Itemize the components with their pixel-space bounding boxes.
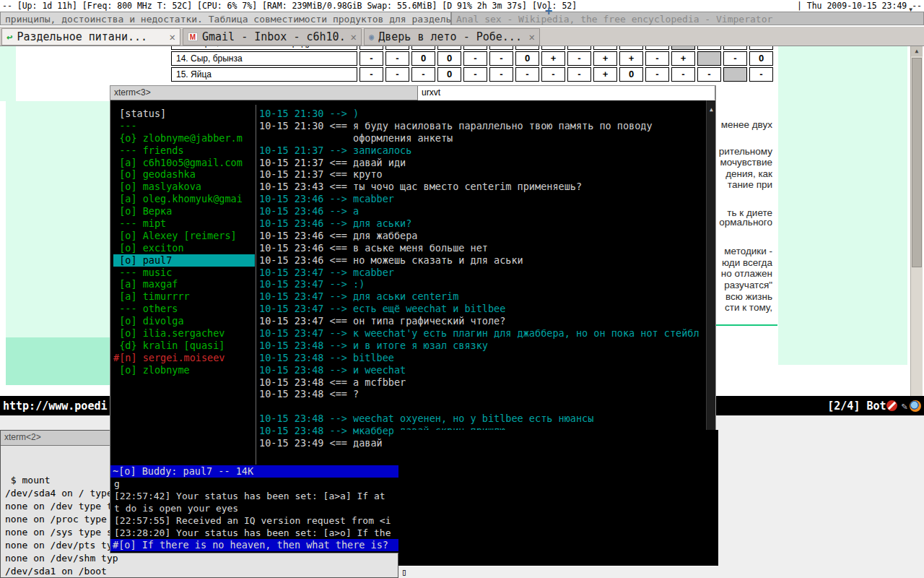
page-left-panel [6,101,116,337]
wm-title-active[interactable]: принципы, достоинства и недостатки. Табл… [0,12,451,25]
chat-line: 10-15 21:37 <== круто [259,168,707,181]
roster-item[interactable]: {o} zlobnyme@jabber.m [113,132,255,144]
page-fragment: ормального [719,217,772,228]
roster-item[interactable]: [o] Верка [113,205,255,217]
page-green-strip [0,46,16,101]
roster-item[interactable]: #[n] sergei.moiseev [113,352,255,364]
roster-item[interactable]: [a] c6h10o5@gmail.com [113,157,255,169]
chat-line: 10-15 21:37 <== давай иди [259,157,707,169]
wm-title-row: принципы, достоинства и недостатки. Табл… [0,12,924,27]
tab-gmail[interactable]: M Gmail - Inbox - c6h10... ✕ [183,28,362,46]
roster-item[interactable]: {d} kralin [quasi] [113,340,255,352]
tab-close-icon[interactable]: ✕ [351,31,357,43]
page-fragment: всю жизнь [725,291,772,302]
table-cell: - [359,51,383,66]
chat-line [259,400,707,413]
roster-item[interactable]: [o] paul7 [113,254,255,267]
frame-tab-xterm3[interactable]: xterm<3> [110,86,418,100]
tab-razdelnoe-pitanie[interactable]: ↪ Раздельное питани... ✕ [1,28,180,46]
desktop-screen: 13. Творог, кисломолочные продукты14. Сы… [0,0,924,578]
roster-item[interactable]: [o] divolga [113,315,255,327]
chat-line: 10-15 23:47 <== он типа графический чтол… [259,315,707,327]
firefox-icon[interactable] [910,400,921,412]
table-cell: - [645,67,669,82]
tab-counter: [2/4] Bot [827,400,886,413]
page-fragment: мочувствие [720,157,772,168]
roster-item[interactable]: [o] geodashka [113,168,255,181]
roster-item[interactable]: [o] maslyakova [113,181,255,193]
chat-line: 10-15 23:47 --> :) [259,278,707,290]
chat-line: оформления анкеты [259,132,707,144]
gmail-icon: M [188,33,198,41]
roster-item[interactable]: [o] zlobnyme [113,364,255,376]
table-cell: + [619,51,643,66]
roster-item[interactable]: --- friends [113,144,255,157]
tab-label: Gmail - Inbox - c6h10... [202,30,346,43]
tab-list-dropdown-icon[interactable]: ▾ [908,4,913,14]
tab-close-icon[interactable]: ✕ [170,31,175,43]
terminal-line: none on /dev/shm typ [5,552,398,565]
chat-line: 10-15 23:46 <== в аське меня больше нет [259,242,707,254]
table-cell: - [463,51,487,66]
frame-titlebar: xterm<3> urxvt [110,86,715,100]
tab-label: Раздельное питани... [17,30,165,43]
table-cell: - [359,67,383,82]
wm-title-inactive[interactable]: Anal sex - Wikipedia, the free encyclope… [451,12,924,25]
roster-item[interactable]: [status] [113,108,255,120]
table-cell: - [567,67,591,82]
desktop-gap [0,415,110,430]
desktop-area [716,415,924,578]
roster-item[interactable]: [a] oleg.khomyuk@gmai [113,193,255,205]
table-cell: - [645,51,669,66]
table-cell: + [593,51,617,66]
scrollbar-up-icon[interactable]: ▲ [911,46,923,56]
chat-line: 10-15 23:46 --> mcabber [259,193,707,205]
page-left-panel-box [6,337,116,385]
tab-favicon-arrow-icon: ↪ [6,31,12,43]
status-url: http://www.poedi [3,400,108,413]
table-cell: - [489,67,513,82]
page-fragment: менее двух [721,119,772,130]
page-fragment: сти к тому, [725,302,772,313]
tab-close-icon[interactable]: ✕ [529,31,535,43]
roster-item[interactable]: --- music [113,267,255,279]
chat-line: 10-15 23:46 <== но можешь сказать и для … [259,254,707,267]
page-fragment: дения, как [725,168,772,179]
chat-line: 10-15 23:46 --> для аськи? [259,217,707,230]
table-cell: - [567,51,591,66]
status-right-group: [2/4] Bot ✎ [827,400,921,413]
roster-item[interactable]: [a] maxgaf [113,278,255,290]
page-fragment: юди всегда [722,257,772,268]
roster-separator [256,105,256,465]
table-label-cell: 14. Сыр, брынза [171,51,357,66]
system-status-bar: -- [Up: 1d 11h] [Freq: 800 MHz T: 52C] [… [0,0,924,12]
frame-tab-urxvt[interactable]: urxvt [418,86,715,100]
roster-item[interactable]: [o] Alexey [reimers] [113,230,255,242]
chat-line: 10-15 23:48 --> weechat охуенен, но у bi… [259,413,707,425]
black-overlay-window[interactable] [398,430,718,566]
chat-line: 10-15 23:43 <== ты чочо щас вместо cente… [259,181,707,193]
table-cell: 0 [515,51,539,66]
roster-item[interactable]: [o] exciton [113,242,255,254]
page-scrollbar-thumb[interactable] [912,58,922,267]
blocked-icon[interactable] [886,400,897,411]
page-fragment: тание при [728,179,772,190]
new-tab-button[interactable]: + [545,4,552,18]
page-scrollbar[interactable]: ▲ [910,46,923,396]
mcabber-chat-buffer: 10-15 21:30 --> )10-15 21:30 <== я буду … [259,108,707,449]
chat-line: 10-15 23:48 --> и в итоге я юзал связку [259,340,707,352]
chat-line: 10-15 23:46 <== для жаббера [259,230,707,242]
roster-item[interactable]: --- others [113,303,255,315]
roster-item[interactable]: --- mipt [113,217,255,230]
roster-item[interactable]: [o] ilia.sergachev [113,327,255,340]
table-cell: + [541,51,565,66]
tab-dver-v-leto[interactable]: ◉ Дверь в лето - Робе... ✕ [364,28,540,46]
scroll-up-icon[interactable]: ▲ [707,106,715,113]
terminal-line: /dev/sda1 on /boot [5,565,398,578]
roster-item[interactable]: [a] timurrrr [113,290,255,303]
roster-item[interactable]: --- [113,120,255,132]
chat-line: 10-15 23:48 <== ? [259,388,707,400]
chat-line: 10-15 23:48 --> bitlbee [259,352,707,364]
chat-line: 10-15 23:48 <== а mcfbber [259,376,707,389]
pen-icon[interactable]: ✎ [902,400,907,412]
